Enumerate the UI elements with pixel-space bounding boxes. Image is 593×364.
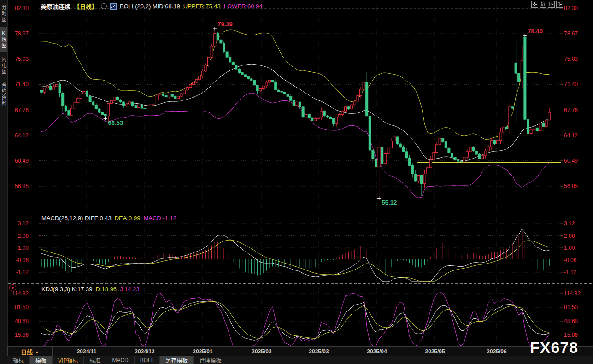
y-axis-label: -1.12 <box>564 269 577 276</box>
y-axis-label: 82.30 <box>15 5 29 12</box>
left-sidebar: 分时图 K线图 闪电图 合约资料 <box>0 0 8 364</box>
red-alarm-icon[interactable] <box>9 284 16 291</box>
y-axis-label: 81.50 <box>564 304 578 311</box>
app-window: 82.3082.3078.6778.6775.0375.0371.4071.40… <box>0 0 593 364</box>
toolbar-item-vip-indicators[interactable]: VIP指标 <box>53 356 84 364</box>
y-axis-label: 78.67 <box>15 30 29 37</box>
kdj-header: KDJ(9,3,3) K:17.39 D:18.96 J:14.23 <box>41 286 140 293</box>
y-axis-label: 15.86 <box>15 332 29 338</box>
toolbar-item-standard[interactable]: 标准 <box>84 356 106 364</box>
y-axis-label: 56.85 <box>15 183 29 189</box>
zoom-in-chart-icon[interactable] <box>540 1 546 8</box>
chart-canvas[interactable]: 82.3082.3078.6778.6775.0375.0371.4071.40… <box>0 0 593 364</box>
y-axis-label: 3.12 <box>564 220 575 227</box>
extreme-price-label: 66.53 <box>108 119 123 126</box>
kdj-j-value: J:14.23 <box>120 286 140 293</box>
candlestick-series <box>41 29 551 198</box>
y-axis-label: 60.49 <box>564 158 578 164</box>
macd-hist-value: MACD:-1.12 <box>143 215 176 222</box>
y-axis-label: 56.85 <box>564 183 578 189</box>
y-axis-label: 64.12 <box>15 132 29 139</box>
x-axis-label: 2025/01 <box>193 348 212 355</box>
mini-chart-icon[interactable] <box>110 3 117 10</box>
boll-lower-value: LOWER:60.94 <box>224 3 263 10</box>
y-axis-label: 81.50 <box>15 304 29 311</box>
chevron-up-icon: ▲ <box>35 350 39 354</box>
bottom-toolbar: 指标模板VIP指标标准MACDBOLL另存模板管理模板 <box>7 356 593 364</box>
boll-upper-value: UPPER:75.43 <box>183 3 221 10</box>
y-axis-label: -0.06 <box>564 257 577 264</box>
y-axis-label: -1.12 <box>16 269 29 276</box>
y-axis-label: 48.68 <box>15 318 29 324</box>
kdj-panel <box>41 292 549 346</box>
y-axis-label: 114.32 <box>564 290 581 297</box>
y-axis-label: 114.32 <box>12 290 29 297</box>
x-axis-label: 2025/02 <box>252 348 271 355</box>
macd-dea-value: DEA:0.99 <box>115 215 141 222</box>
x-axis-label: 2025/04 <box>367 348 387 355</box>
crosshair-icon[interactable] <box>531 1 538 8</box>
period-selector[interactable]: 日线 ▲ <box>7 347 53 357</box>
toolbar-item-save-template[interactable]: 另存模板 <box>160 356 194 364</box>
extreme-price-label: 79.39 <box>217 21 233 28</box>
y-axis-label: 75.03 <box>15 56 29 62</box>
main-chart-header: 美原油连续 【日线】 BOLL(20,2) MID:68.19 UPPER:75… <box>41 2 263 11</box>
sidebar-item-candlestick-chart[interactable]: K线图 <box>0 27 7 52</box>
x-axis-row: 日线 ▲ 2024/112024/122025/012025/022025/03… <box>7 346 593 357</box>
y-axis-label: 71.40 <box>15 81 29 88</box>
macd-diff-value: MACD(26,12,9) DIFF:0.43 <box>41 215 112 222</box>
sidebar-item-contract-info[interactable]: 合约资料 <box>0 79 7 110</box>
macd-panel <box>41 229 549 282</box>
zoom-out-chart-icon[interactable] <box>548 1 555 8</box>
period-selector-label: 日线 <box>21 347 33 356</box>
toolbar-item-indicators[interactable]: 指标 <box>7 356 30 364</box>
y-axis-label: -0.06 <box>16 257 29 264</box>
toolbar-item-templates[interactable]: 模板 <box>30 356 53 364</box>
sidebar-item-time-share-chart[interactable]: 分时图 <box>0 1 7 26</box>
x-axis-label: 2025/03 <box>309 348 329 355</box>
watermark-logo: FX678 <box>530 339 578 357</box>
y-axis-label: 2.06 <box>18 233 29 239</box>
grid-lines <box>8 6 592 346</box>
y-axis-label: 75.03 <box>564 56 578 62</box>
y-axis-label: 1.00 <box>564 245 575 251</box>
chart-tools <box>531 1 563 8</box>
y-axis-label: 60.49 <box>15 158 29 164</box>
y-axis-label: 3.12 <box>18 220 29 227</box>
y-axis-label: 71.40 <box>564 81 578 88</box>
zoom-out-icon[interactable] <box>101 3 107 9</box>
y-axis-label: 2.06 <box>564 233 575 239</box>
boll-bands <box>41 30 549 198</box>
period-tag: 【日线】 <box>74 2 98 11</box>
y-axis-label: 67.76 <box>564 107 578 113</box>
extreme-price-label: 78.40 <box>528 28 543 35</box>
kdj-k-value: KDJ(9,3,3) K:17.39 <box>41 286 93 293</box>
y-axis-label: 48.68 <box>564 318 578 324</box>
y-axis-label: 64.12 <box>564 132 578 139</box>
y-axis-label: 78.67 <box>564 30 578 37</box>
y-axis-label: 15.86 <box>564 332 578 338</box>
collapse-panel-icon[interactable] <box>556 1 563 8</box>
x-axis-label: 2024/12 <box>135 348 154 355</box>
sidebar-item-lightning-chart[interactable]: 闪电图 <box>0 53 7 78</box>
y-axis-label: 82.30 <box>564 5 578 12</box>
x-axis-label: 2025/05 <box>425 348 445 355</box>
boll-values: BOLL(20,2) MID:68.19 <box>120 3 180 10</box>
macd-header: MACD(26,12,9) DIFF:0.43 DEA:0.99 MACD:-1… <box>41 215 176 222</box>
kdj-d-value: D:18.96 <box>96 286 117 293</box>
toolbar-item-macd[interactable]: MACD <box>106 356 134 364</box>
toolbar-item-manage-template[interactable]: 管理模板 <box>194 356 227 364</box>
extreme-price-label: 55.12 <box>382 199 397 206</box>
toolbar-item-boll[interactable]: BOLL <box>135 356 160 364</box>
y-axis-label: 67.76 <box>15 107 29 113</box>
symbol-name: 美原油连续 <box>41 2 70 11</box>
x-axis-label: 2025/06 <box>487 348 506 355</box>
y-axis-label: 1.00 <box>18 245 29 251</box>
x-axis-label: 2024/11 <box>77 348 97 355</box>
